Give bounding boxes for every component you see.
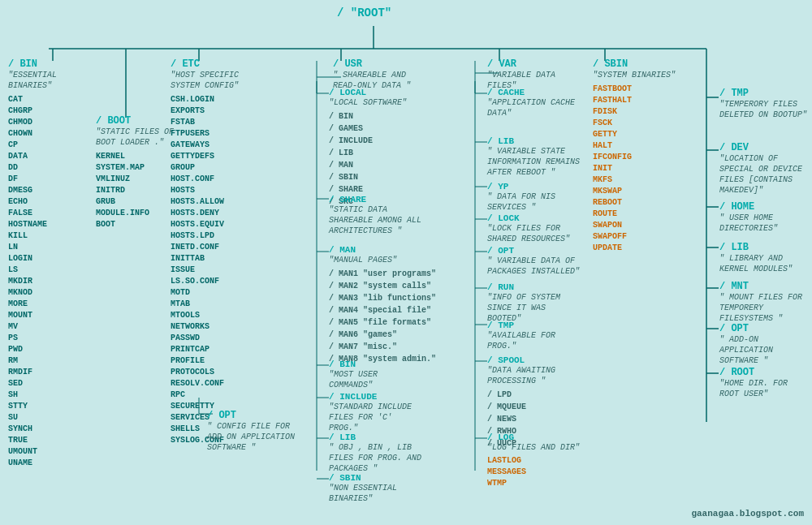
var-lib-section: / LIB " VARIABLE STATE INFORMATION REMAI… bbox=[487, 136, 581, 178]
usr-local-section: / LOCAL "LOCAL SOFTWARE" / BIN / GAMES /… bbox=[329, 88, 418, 208]
bin-section: / BIN "ESSENTIAL BINARIES" CAT CHGRP CHM… bbox=[8, 58, 97, 469]
dev-section: / DEV "LOCATION OF SPECIAL OR DEVICE FIL… bbox=[719, 142, 809, 196]
log-files: LASTLOG MESSAGES WTMP bbox=[487, 455, 581, 489]
opt-section: / OPT " ADD-ON APPLICATION SOFTWARE " bbox=[719, 323, 809, 366]
lib-section: / LIB " LIBRARY AND KERNEL MODULES" bbox=[719, 242, 809, 274]
var-log-section: / LOG "LOG FILES AND DIR" LASTLOG MESSAG… bbox=[487, 432, 581, 489]
man-subdirs: / MAN1 "user programs" / MAN2 "system ca… bbox=[329, 268, 438, 365]
bin-files: CAT CHGRP CHMOD CHOWN CP DATA DD DF DMES… bbox=[8, 94, 97, 469]
var-run-section: / RUN "INFO OF SYSTEM SINCE IT WAS BOOTE… bbox=[487, 282, 581, 324]
sbin-files: FASTBOOT FASTHALT FDISK FSCK GETTY HALT … bbox=[593, 84, 698, 254]
var-tmp-section: / TMP "AVAILABLE FOR PROG." bbox=[487, 321, 581, 351]
etc-opt-section: / OPT " CONFIG FILE FOR ADD ON APPLICATI… bbox=[207, 410, 300, 453]
root-title: / "ROOT" bbox=[337, 6, 391, 19]
var-section: / VAR "VARIABLE DATA FILES" bbox=[487, 58, 585, 91]
root-dir-section: / ROOT "HOME DIR. FOR ROOT USER" bbox=[719, 367, 809, 399]
home-section: / HOME " USER HOME DIRECTORIES" bbox=[719, 201, 809, 234]
usr-sbin-section: / SBIN "NON ESSENTIAL BINARIES" bbox=[329, 473, 418, 504]
watermark: gaanagaa.blogspot.com bbox=[691, 509, 804, 519]
usr-man-section: / MAN "MANUAL PAGES" / MAN1 "user progra… bbox=[329, 245, 438, 365]
usr-include-section: / INCLUDE "STANDARD INCLUDE FILES FOR 'C… bbox=[329, 392, 426, 433]
boot-section: / BOOT "STATIC FILES OF BOOT LOADER ." K… bbox=[96, 115, 177, 230]
var-cache-section: / CACHE "APPLICATION CACHE DATA" bbox=[487, 88, 577, 118]
usr-bin-section: / BIN "MOST USER COMMANDS" bbox=[329, 359, 418, 390]
var-yp-section: / YP " DATA FOR NIS SERVICES " bbox=[487, 182, 581, 213]
main-container: / "ROOT" / BIN "ESSENTIAL BINARIES" CAT … bbox=[0, 0, 812, 525]
local-subdirs: / BIN / GAMES / INCLUDE / LIB / MAN / SB… bbox=[329, 110, 418, 208]
etc-section: / ETC "HOST SPECIFIC SYSTEM CONFIG" CSH.… bbox=[171, 58, 268, 446]
var-opt-section: / OPT " VARIABLE DATA OF PACKAGES INSTAL… bbox=[487, 246, 581, 277]
var-lock-section: / LOCK "LOCK FILES FOR SHARED RESOURCES" bbox=[487, 213, 581, 244]
etc-files: CSH.LOGIN EXPORTS FSTAB FTPUSERS GATEWAY… bbox=[171, 94, 268, 446]
usr-section: / USR " SHAREABLE AND READ-ONLY DATA " bbox=[333, 58, 422, 91]
mnt-section: / MNT " MOUNT FILES FOR TEMPORERY FILESY… bbox=[719, 281, 809, 324]
boot-files: KERNEL SYSTEM.MAP VMLINUZ INITRD GRUB MO… bbox=[96, 151, 177, 230]
usr-share-section: / SHARE "STATIC DATA SHAREABLE AMONG ALL… bbox=[329, 195, 422, 236]
sbin-section: / SBIN "SYSTEM BINARIES" FASTBOOT FASTHA… bbox=[593, 58, 698, 254]
usr-lib-section: / LIB " OBJ , BIN , LIB FILES FOR PROG. … bbox=[329, 432, 422, 474]
tmp-section: / TMP "TEMPERORY FILES DELETED ON BOOTUP… bbox=[719, 88, 809, 120]
